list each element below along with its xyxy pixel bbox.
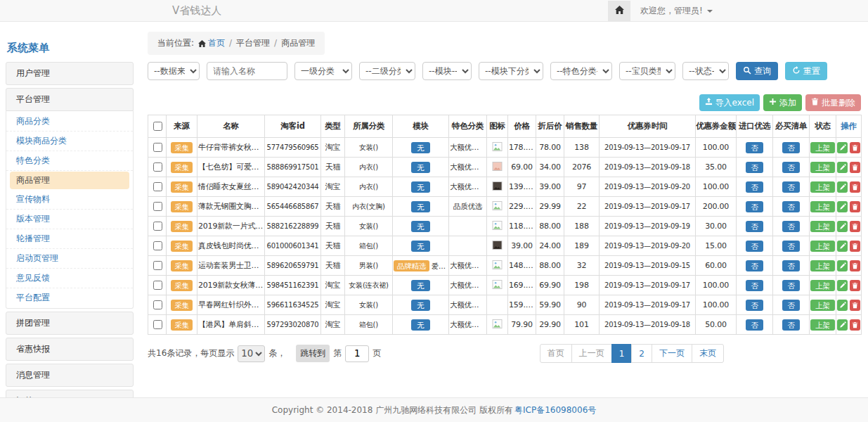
sidebar-item-意见反馈[interactable]: 意见反馈 [6,269,133,288]
sidebar-item-宣传物料[interactable]: 宣传物料 [6,190,133,210]
filter-select-feature[interactable]: --特色分类-- [550,62,612,80]
delete-button[interactable] [850,142,860,153]
status-button[interactable]: 上架 [810,241,835,252]
page-button-上一页[interactable]: 上一页 [571,344,612,363]
status-button[interactable]: 上架 [810,162,835,173]
select-all-checkbox[interactable] [153,122,162,131]
user-menu[interactable]: 欢迎您，管理员! [640,5,713,17]
must-buy-toggle-button[interactable]: 否 [782,241,800,252]
must-buy-toggle-button[interactable]: 否 [782,260,800,271]
edit-button[interactable] [837,162,848,173]
delete-button[interactable] [850,280,860,291]
row-checkbox[interactable] [153,162,162,172]
delete-button[interactable] [850,260,860,271]
must-buy-toggle-button[interactable]: 否 [782,280,800,291]
search-button[interactable]: 查询 [736,62,778,80]
import-select-toggle-button[interactable]: 否 [746,319,763,331]
delete-button[interactable] [850,221,860,232]
filter-select-module[interactable]: --模块-- [422,62,472,80]
must-buy-toggle-button[interactable]: 否 [782,162,800,173]
import-select-toggle-button[interactable]: 否 [746,260,763,271]
sidebar-item-启动页管理[interactable]: 启动页管理 [6,249,133,269]
import-select-toggle-button[interactable]: 否 [746,221,763,232]
jump-button[interactable]: 跳转到 [296,345,330,362]
status-button[interactable]: 上架 [810,319,835,331]
filter-select-source[interactable]: --数据来源-- [148,62,200,80]
import-excel-button[interactable]: 导入excel [699,94,760,111]
row-checkbox[interactable] [153,143,162,152]
edit-button[interactable] [837,300,848,311]
import-select-toggle-button[interactable]: 否 [746,201,763,212]
sidebar-section-拼团管理[interactable]: 拼团管理 [6,312,134,335]
icp-link[interactable]: 粤ICP备16098006号 [514,404,596,416]
status-button[interactable]: 上架 [810,181,835,193]
reset-button[interactable]: 重置 [785,62,827,80]
row-checkbox[interactable] [153,320,162,329]
edit-button[interactable] [837,241,848,252]
edit-button[interactable] [837,181,848,193]
page-button-2[interactable]: 2 [631,344,652,363]
sidebar-item-特色分类[interactable]: 特色分类 [6,151,133,171]
import-select-toggle-button[interactable]: 否 [746,162,763,173]
sidebar-item-商品管理[interactable]: 商品管理 [10,172,129,189]
sidebar-item-轮播管理[interactable]: 轮播管理 [6,229,133,249]
sidebar-item-商品分类[interactable]: 商品分类 [6,112,133,132]
breadcrumb-home-link[interactable]: 首页 [208,38,225,48]
must-buy-toggle-button[interactable]: 否 [782,142,800,153]
page-button-末页[interactable]: 末页 [692,344,724,363]
edit-button[interactable] [837,142,848,153]
edit-button[interactable] [837,221,848,232]
filter-select-level2[interactable]: --二级分类-- [359,62,415,80]
name-search-input[interactable] [207,62,287,80]
import-select-toggle-button[interactable]: 否 [746,142,763,153]
import-select-toggle-button[interactable]: 否 [746,300,763,311]
edit-button[interactable] [837,201,848,212]
delete-button[interactable] [850,201,860,212]
row-checkbox[interactable] [153,281,162,290]
filter-select-status[interactable]: --状态-- [682,62,729,80]
status-button[interactable]: 上架 [810,280,835,291]
status-button[interactable]: 上架 [810,142,835,153]
status-button[interactable]: 上架 [810,260,835,271]
sidebar-section-用户管理[interactable]: 用户管理 [6,62,134,85]
home-shortcut-button[interactable] [608,1,630,22]
sidebar-section-消息管理[interactable]: 消息管理 [6,364,134,387]
page-button-首页[interactable]: 首页 [540,344,572,363]
batch-delete-button[interactable]: 批量删除 [805,94,861,111]
delete-button[interactable] [850,162,860,173]
row-checkbox[interactable] [153,182,162,191]
row-checkbox[interactable] [153,261,162,270]
filter-select-item-type[interactable]: --宝贝类型-- [619,62,675,80]
delete-button[interactable] [850,241,860,252]
sidebar-item-模块商品分类[interactable]: 模块商品分类 [6,132,133,151]
filter-select-level1[interactable]: 一级分类 [294,62,352,80]
row-checkbox[interactable] [153,300,162,309]
row-checkbox[interactable] [153,202,162,211]
status-button[interactable]: 上架 [810,221,835,232]
delete-button[interactable] [850,181,860,193]
import-select-toggle-button[interactable]: 否 [746,280,763,291]
must-buy-toggle-button[interactable]: 否 [782,201,800,212]
sidebar-item-版本管理[interactable]: 版本管理 [6,210,133,229]
page-button-下一页[interactable]: 下一页 [652,344,692,363]
filter-select-module-sub[interactable]: --模块下分类-- [479,62,543,80]
must-buy-toggle-button[interactable]: 否 [782,181,800,193]
must-buy-toggle-button[interactable]: 否 [782,221,800,232]
status-button[interactable]: 上架 [810,300,835,311]
page-button-1[interactable]: 1 [611,344,633,363]
page-number-input[interactable] [345,345,369,362]
must-buy-toggle-button[interactable]: 否 [782,319,800,331]
import-select-toggle-button[interactable]: 否 [746,241,763,252]
add-button[interactable]: 添加 [763,94,802,111]
must-buy-toggle-button[interactable]: 否 [782,300,800,311]
edit-button[interactable] [837,319,848,331]
sidebar-item-平台配置[interactable]: 平台配置 [6,288,133,307]
sidebar-section-省惠快报[interactable]: 省惠快报 [6,338,134,361]
sidebar-section-平台管理[interactable]: 平台管理 [6,88,134,111]
status-button[interactable]: 上架 [810,201,835,212]
delete-button[interactable] [850,319,860,331]
import-select-toggle-button[interactable]: 否 [746,181,763,193]
row-checkbox[interactable] [153,241,162,250]
delete-button[interactable] [850,300,860,311]
per-page-select[interactable]: 10 [238,345,265,362]
